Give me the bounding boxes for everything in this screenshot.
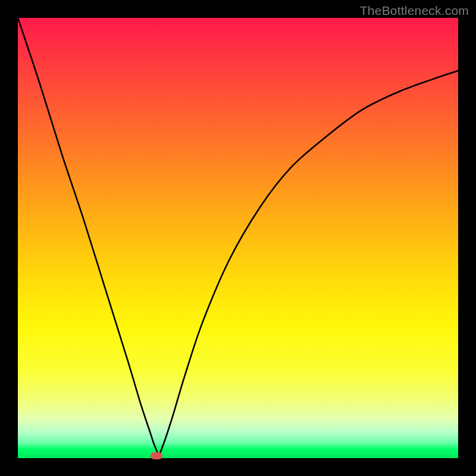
chart-plot-area <box>18 18 458 458</box>
optimal-point-marker <box>151 452 162 459</box>
bottleneck-curve <box>18 18 458 458</box>
chart-frame: TheBottleneck.com <box>0 0 476 476</box>
watermark-text: TheBottleneck.com <box>360 4 469 18</box>
